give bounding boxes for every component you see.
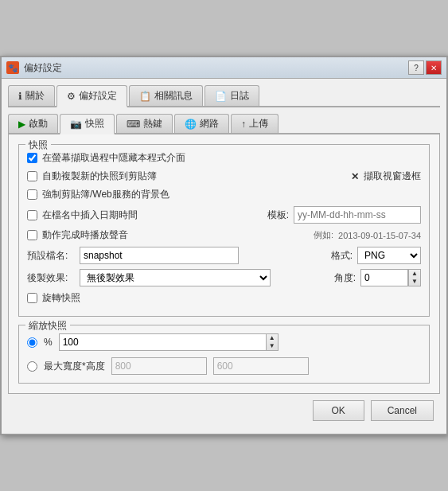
row-effect: 後製效果: 無後製效果 角度: ▲ ▼ — [27, 269, 421, 286]
capture-border-right: ✕ 擷取視窗邊框 — [351, 170, 421, 183]
angle-down-button[interactable]: ▼ — [409, 278, 420, 286]
preferences-window: 🐾 偏好設定 ? ✕ ℹ 關於 ⚙ 偏好設定 📋 相關訊息 📄 — [0, 56, 448, 435]
angle-up-button[interactable]: ▲ — [409, 270, 420, 278]
zoom-dimension-label: 最大寬度*高度 — [44, 360, 105, 373]
percent-up-button[interactable]: ▲ — [267, 334, 278, 342]
width-input[interactable] — [111, 357, 207, 375]
force-bg-label: 強制剪貼簿/Web服務的背景色 — [42, 188, 169, 201]
ok-button[interactable]: OK — [313, 400, 364, 421]
row-insert-date: 在檔名中插入日期時間 模板: — [27, 206, 421, 224]
subtab-hotkey[interactable]: ⌨ 熱鍵 — [116, 114, 173, 133]
effect-label: 後製效果: — [27, 271, 75, 285]
format-select[interactable]: PNG JPG BMP — [357, 247, 421, 264]
svg-text:🐾: 🐾 — [8, 63, 18, 73]
example-label: 例如: — [314, 229, 333, 241]
network-icon: 🌐 — [185, 119, 197, 130]
play-sound-label: 動作完成時播放聲音 — [42, 228, 128, 242]
subtab-startup[interactable]: ▶ 啟動 — [8, 114, 58, 133]
zoom-percent-label: % — [44, 337, 53, 348]
row-force-bg: 強制剪貼簿/Web服務的背景色 — [27, 188, 421, 201]
hide-ui-label: 在螢幕擷取過程中隱藏本程式介面 — [42, 151, 185, 165]
help-button[interactable]: ? — [408, 60, 424, 75]
height-input[interactable] — [213, 357, 309, 375]
template-right: 模板: — [267, 206, 421, 224]
angle-spinner: ▲ ▼ — [408, 269, 421, 286]
snapshot-group: 快照 在螢幕擷取過程中隱藏本程式介面 自動複製新的快照到剪貼簿 ✕ — [18, 144, 430, 317]
window-content: ℹ 關於 ⚙ 偏好設定 📋 相關訊息 📄 日誌 ▶ 啟動 📷 — [2, 79, 446, 434]
sub-tabs: ▶ 啟動 📷 快照 ⌨ 熱鍵 🌐 網路 ↑ 上傳 — [8, 114, 440, 134]
row-hide-ui: 在螢幕擷取過程中隱藏本程式介面 — [27, 151, 421, 165]
hide-ui-left: 在螢幕擷取過程中隱藏本程式介面 — [27, 151, 185, 165]
prefs-icon: ⚙ — [67, 91, 76, 102]
angle-right: 角度: ▲ ▼ — [334, 269, 421, 286]
auto-copy-checkbox[interactable] — [27, 171, 37, 181]
percent-down-button[interactable]: ▼ — [267, 342, 278, 350]
hide-ui-checkbox[interactable] — [27, 153, 37, 163]
percent-spinner-container: ▲ ▼ — [59, 333, 421, 351]
capture-border-label: 擷取視窗邊框 — [364, 170, 421, 183]
capture-border-xmark: ✕ — [351, 171, 359, 182]
title-bar-buttons: ? ✕ — [408, 60, 442, 75]
zoom-dimension-radio[interactable] — [27, 361, 37, 372]
cancel-button[interactable]: Cancel — [371, 400, 434, 421]
tab-about[interactable]: ℹ 關於 — [8, 85, 55, 106]
auto-copy-left: 自動複製新的快照到剪貼簿 — [27, 170, 157, 183]
insert-date-checkbox[interactable] — [27, 210, 37, 220]
snapshot-panel: 快照 在螢幕擷取過程中隱藏本程式介面 自動複製新的快照到剪貼簿 ✕ — [8, 134, 440, 394]
row-auto-copy: 自動複製新的快照到剪貼簿 ✕ 擷取視窗邊框 — [27, 170, 421, 183]
example-value: 2013-09-01-15-07-34 — [338, 231, 421, 240]
percent-spinner: ▲ ▼ — [266, 333, 279, 351]
template-label: 模板: — [267, 208, 289, 222]
about-icon: ℹ — [18, 91, 22, 102]
filename-input[interactable] — [80, 247, 239, 264]
zoom-percent-row: % ▲ ▼ — [27, 333, 421, 351]
bottom-buttons: OK Cancel — [8, 394, 440, 427]
zoom-group-label: 縮放快照 — [25, 319, 70, 333]
hotkey-icon: ⌨ — [127, 119, 140, 130]
rotate-label: 旋轉快照 — [42, 291, 80, 305]
insert-date-left: 在檔名中插入日期時間 — [27, 208, 138, 222]
format-right: 格式: PNG JPG BMP — [331, 247, 421, 264]
percent-input[interactable] — [59, 333, 266, 351]
subtab-snapshot[interactable]: 📷 快照 — [60, 114, 115, 134]
startup-icon: ▶ — [18, 119, 25, 130]
window-title: 偏好設定 — [24, 61, 62, 75]
angle-input[interactable] — [360, 269, 408, 286]
zoom-percent-radio[interactable] — [27, 337, 37, 348]
play-sound-checkbox[interactable] — [27, 230, 37, 240]
filename-left: 預設檔名: — [27, 247, 239, 264]
filename-label: 預設檔名: — [27, 249, 75, 263]
tab-preferences[interactable]: ⚙ 偏好設定 — [56, 85, 127, 107]
effect-left: 後製效果: 無後製效果 — [27, 269, 271, 286]
row-rotate: 旋轉快照 — [27, 291, 421, 305]
subtab-upload[interactable]: ↑ 上傳 — [231, 114, 279, 133]
angle-label: 角度: — [334, 271, 356, 285]
snapshot-group-label: 快照 — [25, 138, 51, 152]
main-tabs: ℹ 關於 ⚙ 偏好設定 📋 相關訊息 📄 日誌 — [8, 85, 440, 107]
title-bar: 🐾 偏好設定 ? ✕ — [2, 57, 446, 79]
close-button[interactable]: ✕ — [426, 60, 442, 75]
tab-log[interactable]: 📄 日誌 — [205, 85, 259, 106]
zoom-dimension-row: 最大寬度*高度 — [27, 357, 421, 375]
insert-date-label: 在檔名中插入日期時間 — [42, 208, 138, 222]
upload-icon: ↑ — [241, 119, 246, 130]
rotate-checkbox[interactable] — [27, 293, 37, 303]
zoom-group: 縮放快照 % ▲ ▼ 最大寬度*高度 — [18, 325, 430, 384]
format-label: 格式: — [331, 249, 353, 263]
example-right: 例如: 2013-09-01-15-07-34 — [314, 229, 421, 241]
snapshot-icon: 📷 — [70, 119, 82, 130]
auto-copy-label: 自動複製新的快照到剪貼簿 — [42, 170, 157, 183]
info-icon: 📋 — [139, 91, 151, 102]
angle-spinner-container: ▲ ▼ — [360, 269, 421, 286]
subtab-network[interactable]: 🌐 網路 — [174, 114, 229, 133]
app-icon: 🐾 — [6, 61, 19, 74]
force-bg-checkbox[interactable] — [27, 189, 37, 200]
row-play-sound: 動作完成時播放聲音 例如: 2013-09-01-15-07-34 — [27, 228, 421, 242]
effect-select[interactable]: 無後製效果 — [80, 269, 271, 286]
play-sound-left: 動作完成時播放聲音 — [27, 228, 128, 242]
tab-info[interactable]: 📋 相關訊息 — [129, 85, 203, 106]
template-input[interactable] — [294, 206, 421, 224]
log-icon: 📄 — [215, 91, 227, 102]
row-filename: 預設檔名: 格式: PNG JPG BMP — [27, 247, 421, 264]
title-bar-left: 🐾 偏好設定 — [6, 61, 62, 75]
